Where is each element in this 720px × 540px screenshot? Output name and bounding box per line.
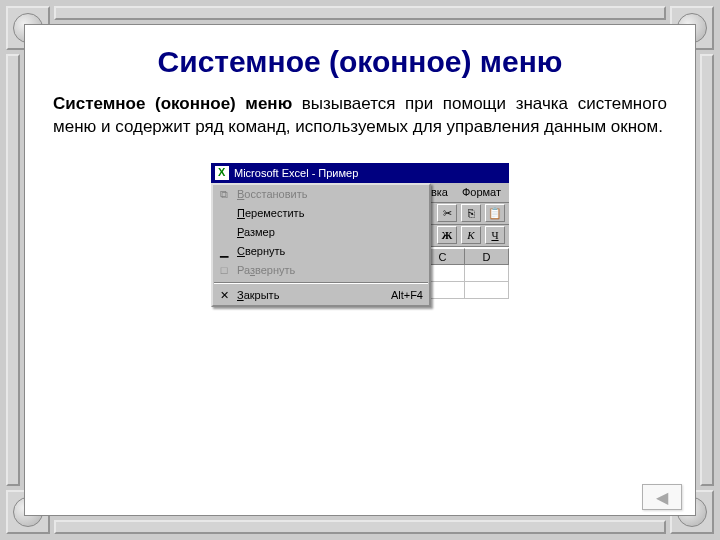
underline-button[interactable]: Ч — [485, 226, 505, 244]
slide-title: Системное (оконное) меню — [53, 45, 667, 79]
shortcut-label: Alt+F4 — [391, 289, 423, 301]
restore-icon: ⧉ — [217, 188, 231, 201]
frame-edge-bottom — [54, 520, 666, 534]
minimize-icon: ▁ — [217, 245, 231, 258]
cut-button[interactable]: ✂ — [437, 204, 457, 222]
excel-screenshot: Microsoft Excel - Пример тавка Формат ✂ … — [211, 163, 509, 299]
menu-item-close[interactable]: ✕ Закрыть Alt+F4 — [213, 286, 429, 305]
body-lead: Системное (оконное) меню — [53, 94, 292, 113]
system-menu-popup: ⧉ Восстановить Переместить Размер ▁ Свер… — [211, 183, 431, 307]
frame-edge-right — [700, 54, 714, 486]
window-titlebar[interactable]: Microsoft Excel - Пример — [211, 163, 509, 183]
paste-button[interactable]: 📋 — [485, 204, 505, 222]
bold-button[interactable]: Ж — [437, 226, 457, 244]
menubar-item-format[interactable]: Формат — [456, 184, 507, 200]
cell[interactable] — [465, 282, 509, 299]
prev-slide-button[interactable]: ◀ — [642, 484, 682, 510]
close-icon: ✕ — [217, 289, 231, 302]
menu-item-maximize: □ Развернуть — [213, 261, 429, 280]
system-menu-icon[interactable] — [215, 166, 229, 180]
italic-button[interactable]: К — [461, 226, 481, 244]
chevron-left-icon: ◀ — [656, 488, 668, 507]
menu-item-minimize[interactable]: ▁ Свернуть — [213, 242, 429, 261]
menu-item-size[interactable]: Размер — [213, 223, 429, 242]
slide-body: Системное (оконное) меню вызывается при … — [53, 93, 667, 139]
cell[interactable] — [465, 265, 509, 282]
menu-separator — [214, 282, 428, 284]
frame-edge-left — [6, 54, 20, 486]
menu-item-restore: ⧉ Восстановить — [213, 185, 429, 204]
frame-edge-top — [54, 6, 666, 20]
slide: Системное (оконное) меню Системное (окон… — [24, 24, 696, 516]
window-title: Microsoft Excel - Пример — [234, 167, 358, 179]
maximize-icon: □ — [217, 264, 231, 276]
col-header-d[interactable]: D — [465, 248, 509, 265]
copy-button[interactable]: ⎘ — [461, 204, 481, 222]
menu-item-move[interactable]: Переместить — [213, 204, 429, 223]
